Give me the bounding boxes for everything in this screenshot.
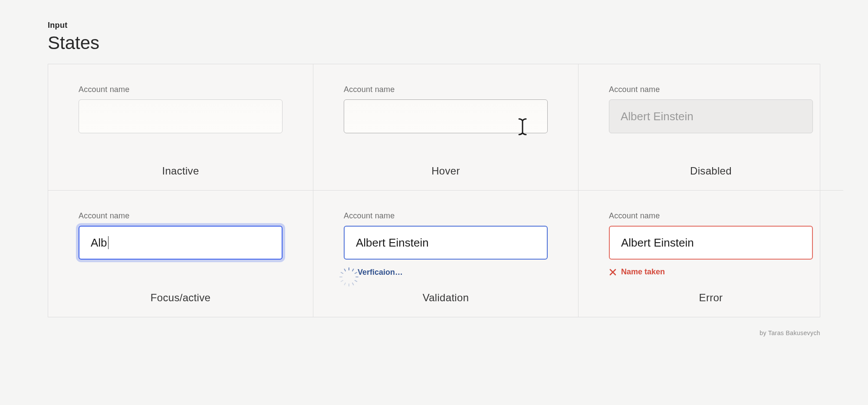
state-caption: Focus/active xyxy=(79,277,283,304)
input-label: Account name xyxy=(79,211,283,221)
input-value: Albert Einstein xyxy=(621,236,694,250)
states-grid: Account name Inactive Account name Hover… xyxy=(48,64,820,317)
author-credit: by Taras Bakusevych xyxy=(0,317,868,336)
state-cell-error: Account name Albert Einstein Name taken … xyxy=(579,191,843,317)
section-title: States xyxy=(48,33,820,53)
spinner-icon xyxy=(344,267,353,277)
state-cell-hover: Account name Hover xyxy=(313,64,579,191)
state-caption: Disabled xyxy=(609,150,813,177)
validation-message: Verficaion… xyxy=(358,268,403,277)
state-cell-inactive: Account name Inactive xyxy=(48,64,313,191)
text-caret-icon xyxy=(108,236,109,249)
input-label: Account name xyxy=(609,85,813,94)
input-label: Account name xyxy=(609,211,813,221)
input-value: Albert Einstein xyxy=(356,236,429,250)
input-label: Account name xyxy=(344,85,548,94)
text-cursor-icon xyxy=(518,118,527,138)
account-name-input-disabled: Albert Einstein xyxy=(609,99,813,133)
validation-helper: Verficaion… xyxy=(344,267,548,277)
input-label: Account name xyxy=(344,211,548,221)
state-cell-validation: Account name Albert Einstein xyxy=(313,191,579,317)
input-value: Alb xyxy=(91,236,107,250)
error-helper: Name taken xyxy=(609,267,813,277)
state-caption: Inactive xyxy=(79,150,283,177)
account-name-input-validation[interactable]: Albert Einstein xyxy=(344,226,548,260)
state-cell-disabled: Account name Albert Einstein Disabled xyxy=(579,64,843,191)
account-name-input-hover[interactable] xyxy=(344,99,548,133)
section-overline: Input xyxy=(48,21,820,30)
account-name-input-error[interactable]: Albert Einstein xyxy=(609,226,813,260)
close-icon xyxy=(609,268,617,276)
input-value: Albert Einstein xyxy=(621,110,694,123)
account-name-input-inactive[interactable] xyxy=(79,99,283,133)
error-message: Name taken xyxy=(621,267,665,277)
state-cell-focus: Account name Alb Focus/active xyxy=(48,191,313,317)
account-name-input-focus[interactable]: Alb xyxy=(79,226,283,260)
state-caption: Validation xyxy=(344,277,548,304)
state-caption: Error xyxy=(609,277,813,304)
state-caption: Hover xyxy=(344,150,548,177)
input-label: Account name xyxy=(79,85,283,94)
